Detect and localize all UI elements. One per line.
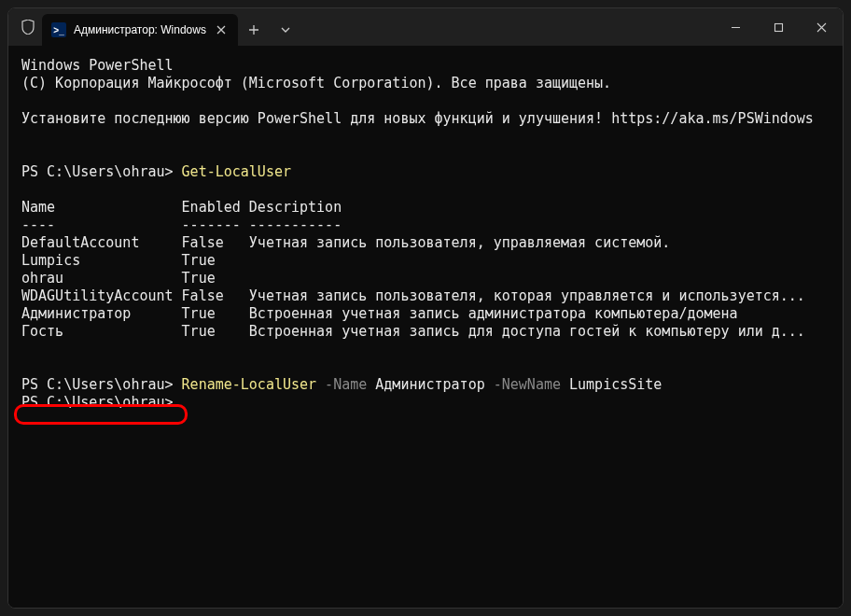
sep-3: ----------- (249, 217, 342, 233)
ps-install-msg: Установите последнюю версию PowerShell д… (21, 110, 814, 127)
row-desc: Встроенная учетная запись администратора… (241, 305, 738, 322)
command-2: Rename-LocalUser (182, 376, 317, 393)
titlebar-drag-area[interactable] (301, 8, 714, 46)
minimize-button[interactable] (714, 8, 757, 46)
new-tab-button[interactable] (238, 14, 270, 46)
row-enabled: True (174, 323, 241, 340)
tab-title: Администратор: Windows Po (74, 23, 206, 36)
sep-1: ---- (21, 217, 55, 233)
row-enabled: True (174, 270, 216, 287)
close-window-button[interactable] (800, 8, 843, 46)
row-name: WDAGUtilityAccount (21, 287, 174, 304)
admin-shield-icon (8, 8, 42, 46)
row-desc: Учетная запись пользователя, которая упр… (241, 287, 805, 304)
active-tab[interactable]: >_ Администратор: Windows Po (42, 14, 238, 46)
powershell-icon: >_ (51, 22, 66, 37)
row-desc: Встроенная учетная запись для доступа го… (241, 323, 805, 340)
prompt-1: PS C:\Users\ohrau> (21, 163, 182, 180)
row-enabled: False (174, 287, 241, 304)
flag-newname: -NewName (485, 376, 561, 393)
svg-rect-0 (774, 23, 782, 31)
flag-name: -Name (316, 376, 367, 393)
command-1: Get-LocalUser (182, 163, 291, 180)
col-name: Name (21, 199, 55, 216)
terminal-body[interactable]: Windows PowerShell (С) Корпорация Майкро… (8, 46, 843, 608)
terminal-window: >_ Администратор: Windows Po Windows Pow… (7, 7, 844, 609)
row-name: ohrau (21, 270, 174, 287)
tab-dropdown-button[interactable] (270, 14, 301, 46)
row-enabled: True (174, 252, 216, 269)
prompt-2: PS C:\Users\ohrau> (21, 376, 182, 393)
ps-header-1: Windows PowerShell (21, 57, 174, 74)
arg-name: Администратор (367, 376, 484, 393)
col-enabled: Enabled (182, 199, 241, 216)
ps-header-2: (С) Корпорация Майкрософт (Microsoft Cor… (21, 75, 611, 91)
maximize-button[interactable] (757, 8, 800, 46)
col-desc: Description (249, 199, 342, 216)
row-enabled: True (174, 305, 241, 322)
row-name: Администратор (21, 305, 174, 322)
prompt-3: PS C:\Users\ohrau> (21, 394, 174, 411)
row-desc: Учетная запись пользователя, управляемая… (241, 234, 671, 251)
arg-newname: LumpicsSite (561, 376, 662, 393)
row-enabled: False (174, 234, 241, 251)
row-name: Гость (21, 323, 174, 340)
sep-2: ------- (182, 217, 241, 233)
titlebar: >_ Администратор: Windows Po (8, 8, 843, 46)
row-name: DefaultAccount (21, 234, 174, 251)
row-name: Lumpics (21, 252, 174, 269)
close-tab-button[interactable] (214, 22, 229, 37)
